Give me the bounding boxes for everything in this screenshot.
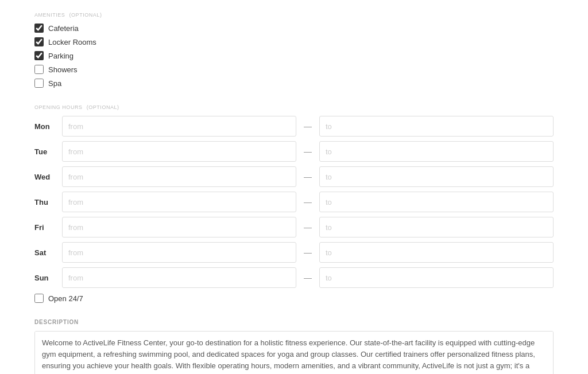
open-247-checkbox[interactable] <box>34 294 44 303</box>
hours-separator-mon: — <box>302 122 314 131</box>
hours-separator-fri: — <box>302 223 314 232</box>
amenity-locker-rooms-row: Locker Rooms <box>34 37 554 46</box>
mon-to-input[interactable] <box>319 116 554 137</box>
day-fri: Fri <box>34 223 56 232</box>
hours-row-sat: Sat — <box>34 242 554 263</box>
showers-checkbox[interactable] <box>34 65 44 74</box>
amenity-cafeteria-row: Cafeteria <box>34 24 554 33</box>
amenity-showers-row: Showers <box>34 65 554 74</box>
day-tue: Tue <box>34 147 56 156</box>
hours-separator-sat: — <box>302 248 314 257</box>
amenities-title: AMENITIES <box>34 12 65 18</box>
description-label: DESCRIPTION <box>34 319 554 325</box>
day-sun: Sun <box>34 274 56 282</box>
tue-from-input[interactable] <box>62 141 296 162</box>
sun-from-input[interactable] <box>62 267 296 288</box>
day-thu: Thu <box>34 198 56 207</box>
open-24-row: Open 24/7 <box>34 294 554 303</box>
opening-hours-section: OPENING HOURS (OPTIONAL) Mon — Tue — Wed… <box>34 104 554 303</box>
open-247-label[interactable]: Open 24/7 <box>48 294 83 303</box>
tue-to-input[interactable] <box>319 141 554 162</box>
hours-separator-tue: — <box>302 147 314 156</box>
thu-from-input[interactable] <box>62 192 296 212</box>
description-section: DESCRIPTION Welcome to ActiveLife Fitnes… <box>34 319 554 374</box>
sun-to-input[interactable] <box>319 267 554 288</box>
wed-to-input[interactable] <box>319 166 554 187</box>
day-mon: Mon <box>34 122 56 131</box>
fri-to-input[interactable] <box>319 217 554 237</box>
fri-from-input[interactable] <box>62 217 296 237</box>
thu-to-input[interactable] <box>319 192 554 212</box>
day-wed: Wed <box>34 173 56 181</box>
hours-separator-sun: — <box>302 273 314 282</box>
spa-label[interactable]: Spa <box>48 79 61 88</box>
showers-label[interactable]: Showers <box>48 65 78 74</box>
mon-from-input[interactable] <box>62 116 296 137</box>
opening-hours-optional: (OPTIONAL) <box>87 104 119 110</box>
amenity-spa-row: Spa <box>34 79 554 88</box>
hours-row-thu: Thu — <box>34 192 554 212</box>
hours-row-tue: Tue — <box>34 141 554 162</box>
cafeteria-label[interactable]: Cafeteria <box>48 24 79 33</box>
cafeteria-checkbox[interactable] <box>34 24 44 33</box>
sat-from-input[interactable] <box>62 242 296 263</box>
hours-row-sun: Sun — <box>34 267 554 288</box>
opening-hours-label: OPENING HOURS (OPTIONAL) <box>34 104 554 110</box>
hours-row-fri: Fri — <box>34 217 554 237</box>
hours-row-wed: Wed — <box>34 166 554 187</box>
parking-label[interactable]: Parking <box>48 52 74 60</box>
amenities-label: AMENITIES (OPTIONAL) <box>34 11 554 18</box>
parking-checkbox[interactable] <box>34 51 44 60</box>
amenities-optional: (OPTIONAL) <box>69 12 102 18</box>
day-sat: Sat <box>34 248 56 257</box>
opening-hours-title: OPENING HOURS <box>34 104 83 110</box>
description-textarea[interactable]: Welcome to ActiveLife Fitness Center, yo… <box>34 331 554 374</box>
locker-rooms-label[interactable]: Locker Rooms <box>48 38 96 46</box>
sat-to-input[interactable] <box>319 242 554 263</box>
locker-rooms-checkbox[interactable] <box>34 37 44 46</box>
amenity-parking-row: Parking <box>34 51 554 60</box>
hours-separator-thu: — <box>302 197 314 207</box>
amenities-section: AMENITIES (OPTIONAL) Cafeteria Locker Ro… <box>34 11 554 88</box>
wed-from-input[interactable] <box>62 166 296 187</box>
hours-row-mon: Mon — <box>34 116 554 137</box>
hours-separator-wed: — <box>302 172 314 181</box>
spa-checkbox[interactable] <box>34 79 44 88</box>
